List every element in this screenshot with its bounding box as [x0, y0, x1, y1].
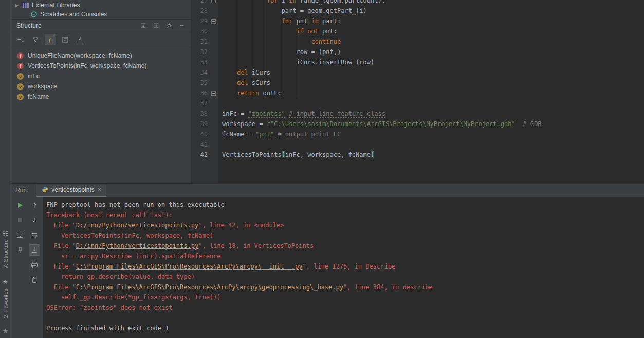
collapse-all-icon[interactable]	[153, 22, 160, 29]
sort-by-order-icon[interactable]	[15, 34, 26, 45]
show-inherited-icon[interactable]	[75, 34, 86, 45]
code-text[interactable]: row = (pnt,)	[218, 47, 341, 57]
code-text[interactable]: part = geom.getPart (i)	[218, 6, 367, 16]
structure-item[interactable]: vworkspace	[11, 81, 191, 92]
stripe-button-favorites[interactable]: ★2: Favorites	[3, 277, 9, 318]
line-number[interactable]: 30	[191, 26, 208, 37]
line-number[interactable]: 29	[191, 16, 208, 26]
editor-line[interactable]: 27 for i in range (geom.partCount):	[191, 0, 644, 6]
line-number[interactable]: 35	[191, 78, 208, 88]
line-number[interactable]: 40	[191, 129, 208, 139]
show-properties-icon[interactable]	[60, 34, 71, 45]
editor-line[interactable]: 30 if not pnt:	[191, 26, 644, 37]
gutter-fold-area[interactable]	[208, 88, 218, 98]
gutter-fold-area[interactable]	[208, 0, 218, 6]
sort-by-visibility-icon[interactable]	[30, 34, 41, 45]
editor-line[interactable]: 39workspace = r"C:\Users\sasim\Documents…	[191, 119, 644, 129]
editor-line[interactable]: 32 row = (pnt,)	[191, 47, 644, 57]
line-number[interactable]: 27	[191, 0, 208, 6]
code-text[interactable]: return outFc	[218, 88, 282, 98]
line-number[interactable]: 28	[191, 6, 208, 16]
structure-item[interactable]: vinFc	[11, 71, 191, 81]
run-tab[interactable]: verticestopoints ×	[36, 184, 106, 197]
stack-trace-file-link[interactable]: C:\Program Files\ArcGIS\Pro\Resources\Ar…	[76, 283, 343, 291]
stripe-button-structure[interactable]: 7: Structure	[2, 230, 9, 269]
line-number[interactable]: 38	[191, 109, 208, 119]
run-console[interactable]: FNP preptool has not been run on this ex…	[43, 197, 644, 338]
clear-all-icon[interactable]	[29, 274, 40, 286]
code-text[interactable]	[218, 139, 222, 150]
editor-line[interactable]: 37	[191, 98, 644, 109]
settings-gear-icon[interactable]	[165, 22, 173, 29]
code-text[interactable]: if not pnt:	[218, 26, 337, 37]
rerun-icon[interactable]	[14, 200, 26, 211]
editor-line[interactable]: 35 del sCurs	[191, 78, 644, 88]
code-text[interactable]	[218, 98, 222, 109]
line-number[interactable]: 42	[191, 150, 208, 160]
code-token: "zpointss"	[248, 110, 285, 118]
line-number[interactable]: 36	[191, 88, 208, 98]
code-text[interactable]: for i in range (geom.partCount):	[218, 0, 385, 6]
fold-marker-icon[interactable]	[211, 91, 216, 96]
editor-line[interactable]: 34 del iCurs	[191, 67, 644, 78]
project-item[interactable]: Scratches and Consoles	[11, 10, 191, 19]
expand-all-icon[interactable]	[140, 22, 147, 29]
editor-line[interactable]: 29 for pnt in part:	[191, 16, 644, 26]
line-number[interactable]: 34	[191, 67, 208, 78]
code-text[interactable]: for pnt in part:	[218, 16, 341, 26]
editor-line[interactable]: 31 continue	[191, 37, 644, 47]
code-token: if	[297, 28, 304, 35]
structure-item[interactable]: fVerticesToPoints(inFc, workspace, fcNam…	[11, 61, 191, 71]
editor-line[interactable]: 28 part = geom.getPart (i)	[191, 6, 644, 16]
code-text[interactable]: continue	[218, 37, 341, 47]
code-text[interactable]: del sCurs	[218, 78, 270, 88]
fold-marker-icon[interactable]	[211, 0, 216, 3]
code-token: inFc =	[222, 110, 248, 117]
structure-item[interactable]: vfcName	[11, 92, 191, 102]
soft-wrap-icon[interactable]	[29, 229, 40, 241]
next-occurrence-icon[interactable]	[29, 215, 40, 226]
pin-icon[interactable]	[14, 244, 26, 256]
editor-line[interactable]: 40fcName = "pnt" # output point FC	[191, 129, 644, 139]
editor-line[interactable]: 33 iCurs.insertRow (row)	[191, 57, 644, 67]
editor-line[interactable]: 38inFc = "zpointss" # input line feature…	[191, 109, 644, 119]
close-icon[interactable]: ×	[98, 186, 102, 193]
project-item[interactable]: ▶External Libraries	[11, 1, 191, 10]
restore-layout-icon[interactable]	[14, 229, 26, 241]
code-text[interactable]: VerticesToPoints(inFc, workspace, fcName…	[218, 150, 374, 160]
scroll-to-end-icon[interactable]	[29, 244, 40, 256]
hide-panel-icon[interactable]	[178, 22, 186, 29]
stack-trace-file-link[interactable]: D:/inn/Python/verticestopoints.py	[76, 242, 198, 250]
line-number[interactable]: 32	[191, 47, 208, 57]
code-text[interactable]: inFc = "zpointss" # input line feature c…	[218, 109, 385, 119]
line-number[interactable]: 37	[191, 98, 208, 109]
print-icon[interactable]	[29, 259, 40, 271]
editor-line[interactable]: 41	[191, 139, 644, 150]
structure-item[interactable]: fUniqueFileName(workspace, fcName)	[11, 50, 191, 61]
line-number[interactable]: 39	[191, 119, 208, 129]
star-icon[interactable]: ★	[3, 326, 9, 335]
code-text[interactable]: del iCurs	[218, 67, 270, 78]
line-number[interactable]: 33	[191, 57, 208, 67]
gutter-fold-area	[208, 26, 218, 37]
expand-arrow-icon[interactable]: ▶	[14, 3, 20, 8]
code-text[interactable]: fcName = "pnt" # output point FC	[218, 129, 341, 139]
code-text[interactable]: workspace = r"C:\Users\sasim\Documents\A…	[218, 119, 541, 129]
show-fields-icon[interactable]: f	[45, 34, 56, 45]
code-editor[interactable]: 27 for i in range (geom.partCount):28 pa…	[191, 0, 644, 183]
stack-trace-file-link[interactable]: D:/inn/Python/verticestopoints.py	[76, 222, 198, 229]
prev-occurrence-icon[interactable]	[29, 200, 40, 211]
function-icon: f	[17, 62, 24, 70]
gutter-fold-area	[208, 67, 218, 78]
line-number[interactable]: 41	[191, 139, 208, 150]
editor-line[interactable]: 36 return outFc	[191, 88, 644, 98]
console-line: OSError: "zpointss" does not exist	[46, 303, 644, 313]
console-text: ", line 384, in describe	[343, 283, 432, 291]
fold-marker-icon[interactable]	[211, 19, 216, 24]
variable-icon: v	[17, 93, 24, 101]
gutter-fold-area[interactable]	[208, 16, 218, 26]
editor-line[interactable]: 42VerticesToPoints(inFc, workspace, fcNa…	[191, 150, 644, 160]
line-number[interactable]: 31	[191, 37, 208, 47]
stack-trace-file-link[interactable]: C:\Program Files\ArcGIS\Pro\Resources\Ar…	[76, 263, 303, 270]
code-text[interactable]: iCurs.insertRow (row)	[218, 57, 374, 67]
